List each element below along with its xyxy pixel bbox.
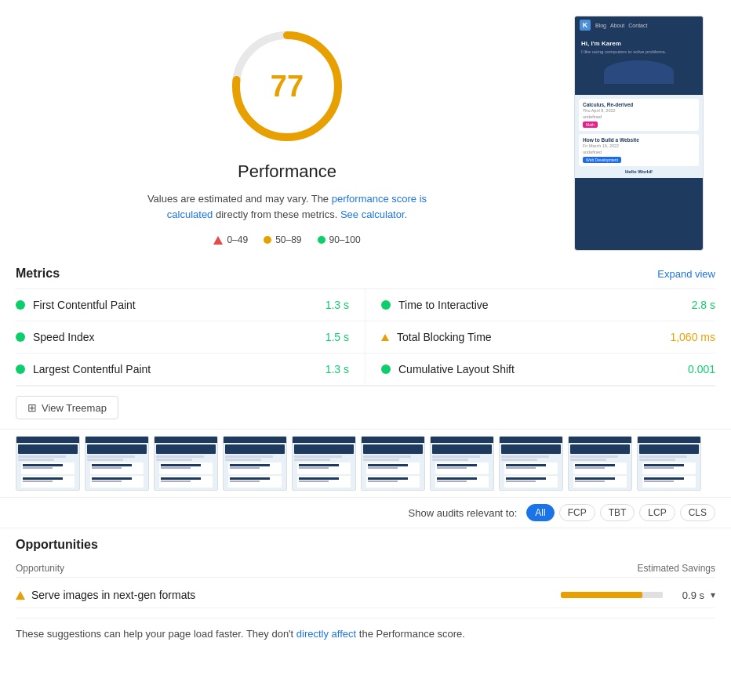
opp-bar-container [561,592,663,598]
metric-si-value: 1.5 s [325,331,349,343]
preview-hello: Hello World! [579,169,699,174]
filter-lcp-button[interactable]: LCP [639,504,675,521]
preview-card-1-tag: Math [583,122,598,128]
opp-item-0: Serve images in next-gen formats 0.9 s ▾ [16,582,715,608]
preview-card-2: How to Build a Website Fri March 19, 202… [579,134,699,166]
treemap-label: View Treemap [42,402,107,414]
preview-hero-sub: I like using computers to solve problems… [581,49,696,54]
metric-tti: Time to Interactive 2.8 s [366,289,715,321]
metric-fcp: First Contentful Paint 1.3 s [16,289,366,321]
metric-lcp-dot [16,365,25,374]
expand-view-link[interactable]: Expand view [657,268,715,280]
metric-lcp-name: Largest Contentful Paint [33,363,318,375]
performance-gauge: 77 [224,24,350,149]
metric-tti-name: Time to Interactive [398,299,684,311]
metric-lcp-value: 1.3 s [325,363,349,375]
legend-green-label: 90–100 [329,234,361,245]
legend-orange-label: 50–89 [275,234,301,245]
metric-cls-value: 0.001 [688,363,715,375]
filmstrip-section [0,430,731,498]
preview-card-1-date: Thu April 8, 2022 [583,108,695,113]
opp-savings: 0.9 s [669,589,704,601]
calculator-link[interactable]: See calculator. [340,209,407,220]
metric-tbt-value: 1,060 ms [670,331,715,343]
opp-triangle-icon [16,591,25,600]
preview-nav-links: Blog About Contact [595,23,647,28]
treemap-section: ⊞ View Treemap [0,386,731,430]
opportunities-header: Opportunity Estimated Savings [16,560,715,578]
score-area: 77 Performance Values are estimated and … [16,16,558,245]
screenshot-area: K Blog About Contact Hi, I'm Karem I lik… [574,16,715,251]
website-preview: K Blog About Contact Hi, I'm Karem I lik… [574,16,704,251]
legend-orange: 50–89 [264,234,301,245]
suggestions-text: These suggestions can help your page loa… [0,618,731,650]
legend-green: 90–100 [318,234,361,245]
opp-bar-fill [561,592,642,598]
filmstrip-thumb-5[interactable] [361,436,425,491]
opp-item-0-name: Serve images in next-gen formats [31,589,555,601]
opp-expand-icon[interactable]: ▾ [711,589,715,600]
desc-part1: Values are estimated and may vary. The [147,193,332,205]
preview-hero: Hi, I'm Karem I like using computers to … [575,34,703,90]
metric-fcp-name: First Contentful Paint [33,299,318,311]
filmstrip-thumb-6[interactable] [430,436,494,491]
metrics-title: Metrics [16,267,60,281]
gauge-score: 77 [271,70,304,103]
filmstrip-thumb-7[interactable] [499,436,563,491]
metric-cls-dot [381,365,391,374]
metric-tbt-triangle-icon [381,334,389,341]
metric-cls-name: Cumulative Layout Shift [398,363,680,375]
suggestions-part1: These suggestions can help your page loa… [16,628,296,640]
preview-card-2-date: Fri March 19, 2022 [583,143,695,148]
filmstrip-thumb-8[interactable] [568,436,632,491]
filter-all-button[interactable]: All [526,504,554,521]
metric-tti-value: 2.8 s [692,299,715,311]
directly-affect-link[interactable]: directly affect [296,628,356,640]
filter-tbt-button[interactable]: TBT [600,504,635,521]
metric-tbt-name: Total Blocking Time [397,331,662,343]
opportunities-title: Opportunities [16,538,715,552]
metrics-header: Metrics Expand view [16,259,715,289]
metrics-grid: First Contentful Paint 1.3 s Time to Int… [16,289,715,386]
top-section: 77 Performance Values are estimated and … [0,0,731,259]
preview-card-1-title: Calculus, Re-derived [583,102,695,107]
legend-red: 0–49 [213,234,248,245]
filmstrip-thumb-3[interactable] [223,436,287,491]
filmstrip-thumb-1[interactable] [85,436,149,491]
filter-fcp-button[interactable]: FCP [559,504,595,521]
metric-si: Speed Index 1.5 s [16,321,366,354]
score-legend: 0–49 50–89 90–100 [213,234,360,245]
metric-tbt: Total Blocking Time 1,060 ms [366,321,715,354]
suggestions-part2: the Performance score. [356,628,465,640]
triangle-red-icon [213,236,223,245]
filmstrip-thumb-9[interactable] [637,436,701,491]
preview-card-2-tag-text: undefined [583,150,695,154]
metric-si-name: Speed Index [33,331,318,343]
dot-green-icon [318,236,325,244]
filmstrip-thumb-4[interactable] [292,436,356,491]
opportunities-section: Opportunities Opportunity Estimated Savi… [0,528,731,618]
preview-card-2-title: How to Build a Website [583,137,695,143]
performance-description: Values are estimated and may vary. The p… [130,191,444,222]
opp-header-savings: Estimated Savings [638,563,715,574]
treemap-icon: ⊞ [27,401,37,414]
metric-si-dot [16,332,25,342]
filmstrip [16,436,715,491]
metrics-section: Metrics Expand view First Contentful Pai… [0,259,731,386]
legend-red-label: 0–49 [227,234,248,245]
preview-hero-title: Hi, I'm Karem [581,40,696,47]
preview-card-1-tag-text: undefined [583,114,695,119]
filter-section: Show audits relevant to: All FCP TBT LCP… [0,498,731,528]
dot-orange-icon [264,236,271,244]
filter-cls-button[interactable]: CLS [680,504,715,521]
metric-cls: Cumulative Layout Shift 0.001 [366,354,715,386]
preview-body: Calculus, Re-derived Thu April 8, 2022 u… [575,95,703,178]
filmstrip-thumb-2[interactable] [154,436,218,491]
metric-tti-dot [381,300,391,310]
performance-title: Performance [238,161,336,182]
preview-card-1: Calculus, Re-derived Thu April 8, 2022 u… [579,99,699,131]
filmstrip-thumb-0[interactable] [16,436,80,491]
view-treemap-button[interactable]: ⊞ View Treemap [16,396,118,419]
metric-lcp: Largest Contentful Paint 1.3 s [16,354,366,386]
desc-part2: directly from these metrics. [213,209,340,220]
